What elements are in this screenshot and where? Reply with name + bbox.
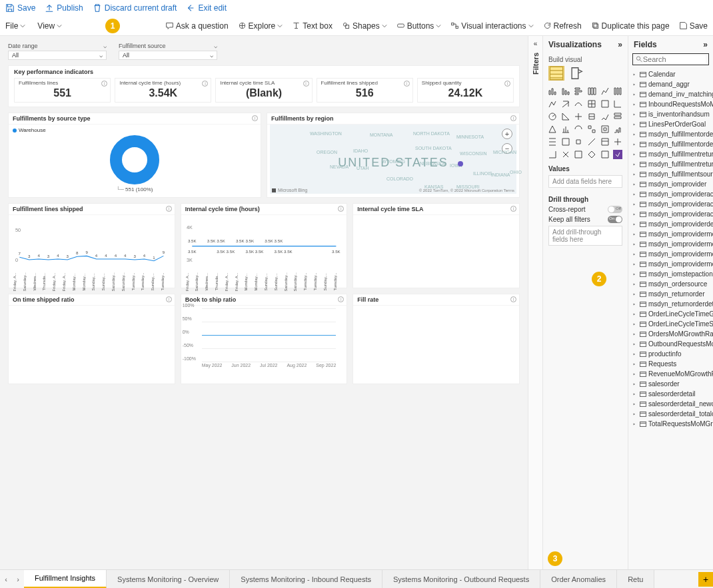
kpi-card[interactable]: Internal cycle time (hours)3.54Ki (115, 78, 211, 103)
field-table[interactable]: msdyn_iomprovider (628, 179, 713, 189)
viz-type-13[interactable] (560, 111, 571, 122)
field-table[interactable]: is_inventorihandsum (628, 109, 713, 119)
kpi-card[interactable]: Shipped quantity24.12Ki (417, 78, 514, 103)
field-table[interactable]: msdyn_fulfillmentorder (628, 129, 713, 139)
page-tab[interactable]: Systems Monitoring - Inbound Requests (230, 570, 382, 589)
tile-fill_rate[interactable]: Fill ratei (353, 294, 520, 384)
save-button[interactable]: Save (5, 3, 35, 13)
viz-type-30[interactable] (547, 149, 558, 160)
field-table[interactable]: msdyn_returnorderdetail (628, 299, 713, 309)
field-table[interactable]: msdyn_iomproviderme... (628, 259, 713, 269)
viz-type-2[interactable] (573, 86, 584, 97)
viz-type-12[interactable] (547, 111, 558, 122)
chevron-down-icon[interactable]: ⌵ (99, 52, 103, 59)
viz-type-27[interactable] (586, 137, 597, 147)
viz-type-31[interactable] (560, 149, 571, 160)
field-table[interactable]: OutboundRequestsMo... (628, 339, 713, 349)
tile-fulfillments-by-region[interactable]: Fulfillments by regioni + − UNITED STATE… (267, 113, 520, 198)
field-table[interactable]: TotalRequestsMoMGro... (628, 419, 713, 429)
exit-edit-button[interactable]: Exit edit (186, 3, 227, 13)
viz-type-29[interactable] (612, 137, 623, 147)
field-table[interactable]: Requests (628, 359, 713, 369)
report-canvas[interactable]: Date range⌵ All⌵ Fulfillment source⌵ All… (0, 36, 528, 569)
refresh-button[interactable]: Refresh (543, 21, 582, 31)
viz-type-1[interactable] (560, 86, 571, 97)
cross-report-toggle[interactable]: Off (608, 206, 622, 213)
viz-type-0[interactable] (547, 86, 558, 97)
viz-type-16[interactable] (600, 111, 610, 122)
drillthrough-field-well[interactable]: Add drill-through fields here (548, 226, 622, 246)
viz-type-10[interactable] (600, 99, 610, 109)
publish-button[interactable]: Publish (45, 3, 83, 13)
viz-type-5[interactable] (612, 86, 623, 97)
tile-internal_cycle_time_sla[interactable]: Internal cycle time SLAi (353, 203, 520, 288)
viz-type-22[interactable] (600, 124, 610, 135)
page-tab[interactable]: Systems Monitoring - Outbound Requests (382, 570, 540, 589)
duplicate-page-button[interactable]: Duplicate this page (591, 21, 670, 31)
file-menu[interactable]: File (5, 21, 25, 31)
field-table[interactable]: msdyn_ordersource (628, 279, 713, 289)
slicer-date-range[interactable]: Date range⌵ All⌵ (8, 43, 107, 60)
field-table[interactable]: msdyn_fulfillmentsource (628, 169, 713, 179)
fields-search-input[interactable] (643, 55, 706, 63)
visual-interactions-button[interactable]: Visual interactions (450, 21, 533, 31)
viz-type-33[interactable] (586, 149, 597, 160)
ask-question-button[interactable]: Ask a question (165, 21, 229, 31)
field-table[interactable]: demand_inv_matching (628, 89, 713, 99)
keep-filters-toggle[interactable]: On (608, 216, 622, 223)
field-table[interactable]: msdyn_iomprovideracti... (628, 199, 713, 209)
values-field-well[interactable]: Add data fields here (548, 175, 622, 188)
view-menu[interactable]: View (37, 21, 62, 31)
shapes-button[interactable]: Shapes (342, 21, 387, 31)
field-table[interactable]: OrdersMoMGrowthRat... (628, 329, 713, 339)
expand-icon[interactable]: » (618, 40, 622, 49)
viz-type-21[interactable] (586, 124, 597, 135)
tile-fulfillments-by-source[interactable]: Fulfillments by source typei Warehouse └… (8, 113, 261, 198)
filters-pane-collapsed[interactable]: « Filters (528, 36, 542, 569)
field-table[interactable]: salesorderdetail (628, 389, 713, 399)
field-table[interactable]: Calendar (628, 69, 713, 79)
viz-type-7[interactable] (560, 99, 571, 109)
field-table[interactable]: RevenueMoMGrowthR... (628, 369, 713, 379)
field-table[interactable]: msdyn_fulfillmentorder... (628, 139, 713, 149)
fields-search[interactable] (632, 53, 709, 65)
viz-type-28[interactable] (600, 137, 610, 147)
viz-type-24[interactable] (547, 137, 558, 147)
viz-type-32[interactable] (573, 149, 584, 160)
tabs-scroll-left[interactable]: ‹ (0, 575, 12, 583)
page-tab[interactable]: Retu (617, 570, 654, 589)
viz-type-35[interactable] (612, 149, 623, 160)
field-table[interactable]: msdyn_iomproviderdefi... (628, 219, 713, 229)
field-table[interactable]: productinfo (628, 349, 713, 359)
field-table[interactable]: demand_aggr (628, 79, 713, 89)
slicer-fulfillment-source[interactable]: Fulfillment source⌵ All⌵ (119, 43, 217, 60)
field-table[interactable]: msdyn_fulfillmentretur... (628, 149, 713, 159)
viz-type-4[interactable] (600, 86, 610, 97)
save-page-button[interactable]: Save (679, 21, 708, 31)
add-page-button[interactable]: + (698, 572, 713, 587)
field-table[interactable]: InboundRequestsMoM... (628, 99, 713, 109)
kpi-card[interactable]: Fulfillments lines551i (14, 78, 111, 103)
viz-type-25[interactable] (560, 137, 571, 147)
page-tab[interactable]: Fulfillment Insights (24, 570, 107, 589)
kpi-card[interactable]: Internal cycle time SLA(Blank)i (215, 78, 312, 103)
viz-type-23[interactable] (612, 124, 623, 135)
viz-type-9[interactable] (586, 99, 597, 109)
viz-type-20[interactable] (573, 124, 584, 135)
viz-type-14[interactable] (573, 111, 584, 122)
viz-type-19[interactable] (560, 124, 571, 135)
tile-fulfillment_lines_shipped_daily[interactable]: Fulfillment lines shippedi50073434389444… (8, 203, 175, 288)
explore-button[interactable]: Explore (238, 21, 283, 31)
page-tab[interactable]: Systems Monitoring - Overview (107, 570, 230, 589)
viz-type-11[interactable] (612, 99, 623, 109)
viz-type-6[interactable] (547, 99, 558, 109)
expand-filters-icon[interactable]: « (534, 40, 538, 47)
field-table[interactable]: msdyn_returnorder (628, 289, 713, 299)
tabs-scroll-right[interactable]: › (12, 575, 24, 583)
field-table[interactable]: salesorderdetail_totalor... (628, 409, 713, 419)
field-table[interactable]: OrderLineCycleTimeSLA (628, 319, 713, 329)
viz-type-17[interactable] (612, 111, 623, 122)
viz-type-3[interactable] (586, 86, 597, 97)
build-visual-tab[interactable] (548, 66, 564, 81)
page-tab[interactable]: Order Anomalies (540, 570, 617, 589)
